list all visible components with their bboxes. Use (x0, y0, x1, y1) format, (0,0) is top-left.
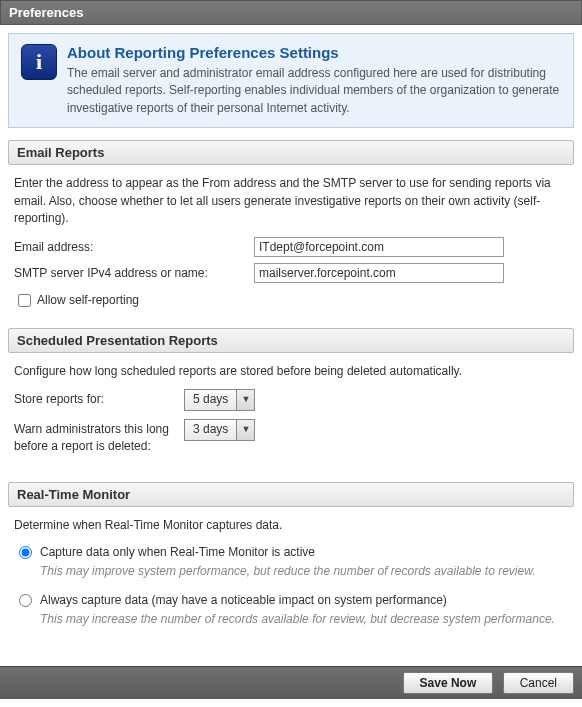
chevron-down-icon: ▼ (236, 390, 254, 410)
selfreport-checkbox[interactable] (18, 294, 31, 307)
capture-radio-active-only[interactable] (19, 546, 32, 559)
about-body: The email server and administrator email… (67, 65, 561, 117)
selfreport-label: Allow self-reporting (37, 292, 139, 309)
capture-radio-always[interactable] (19, 594, 32, 607)
email-address-label: Email address: (14, 239, 254, 256)
capture-opt2-label: Always capture data (may have a noticeab… (40, 592, 568, 609)
email-address-input[interactable] (254, 237, 504, 257)
store-label: Store reports for: (14, 389, 184, 408)
content-area: i About Reporting Preferences Settings T… (0, 25, 582, 666)
info-icon: i (21, 44, 57, 80)
about-text: About Reporting Preferences Settings The… (67, 44, 561, 117)
window-titlebar: Preferences (0, 0, 582, 25)
capture-opt1-label: Capture data only when Real-Time Monitor… (40, 544, 568, 561)
section-header-realtime: Real-Time Monitor (8, 482, 574, 507)
window-title: Preferences (9, 5, 83, 20)
capture-option-active-only: Capture data only when Real-Time Monitor… (14, 544, 568, 580)
capture-option-text: Capture data only when Real-Time Monitor… (40, 544, 568, 580)
email-intro: Enter the address to appear as the From … (14, 175, 568, 227)
save-button[interactable]: Save Now (403, 672, 494, 694)
scheduled-intro: Configure how long scheduled reports are… (14, 363, 568, 380)
section-header-email: Email Reports (8, 140, 574, 165)
capture-option-text: Always capture data (may have a noticeab… (40, 592, 568, 628)
capture-radio-group: Capture data only when Real-Time Monitor… (14, 544, 568, 628)
cancel-button[interactable]: Cancel (503, 672, 574, 694)
capture-opt2-desc: This may increase the number of records … (40, 611, 568, 628)
button-bar: Save Now Cancel (0, 666, 582, 699)
capture-option-always: Always capture data (may have a noticeab… (14, 592, 568, 628)
section-header-scheduled: Scheduled Presentation Reports (8, 328, 574, 353)
store-dropdown-value: 5 days (185, 390, 236, 410)
realtime-intro: Determine when Real-Time Monitor capture… (14, 517, 568, 534)
section-scheduled: Scheduled Presentation Reports Configure… (8, 328, 574, 467)
warn-row: Warn administrators this long before a r… (14, 419, 568, 456)
smtp-input[interactable] (254, 263, 504, 283)
store-row: Store reports for: 5 days ▼ (14, 389, 568, 411)
section-realtime: Real-Time Monitor Determine when Real-Ti… (8, 482, 574, 645)
about-box: i About Reporting Preferences Settings T… (8, 33, 574, 128)
email-address-row: Email address: (14, 237, 568, 257)
section-body-email: Enter the address to appear as the From … (8, 165, 574, 314)
warn-dropdown[interactable]: 3 days ▼ (184, 419, 255, 441)
section-body-realtime: Determine when Real-Time Monitor capture… (8, 507, 574, 645)
chevron-down-icon: ▼ (236, 420, 254, 440)
selfreport-row: Allow self-reporting (14, 291, 568, 310)
smtp-row: SMTP server IPv4 address or name: (14, 263, 568, 283)
section-email-reports: Email Reports Enter the address to appea… (8, 140, 574, 314)
capture-opt1-desc: This may improve system performance, but… (40, 563, 568, 580)
section-body-scheduled: Configure how long scheduled reports are… (8, 353, 574, 467)
warn-label: Warn administrators this long before a r… (14, 419, 184, 456)
about-title: About Reporting Preferences Settings (67, 44, 561, 61)
smtp-label: SMTP server IPv4 address or name: (14, 265, 254, 282)
store-dropdown[interactable]: 5 days ▼ (184, 389, 255, 411)
warn-dropdown-value: 3 days (185, 420, 236, 440)
